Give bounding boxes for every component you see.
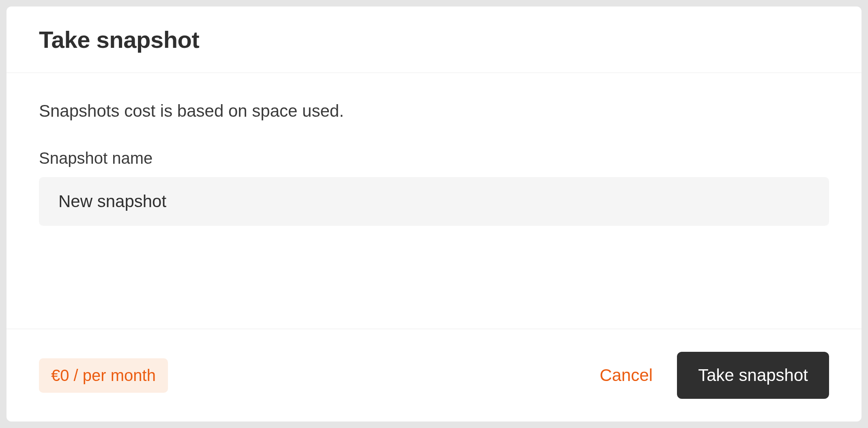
dialog-header: Take snapshot: [6, 6, 862, 73]
snapshot-dialog: Take snapshot Snapshots cost is based on…: [6, 6, 862, 422]
snapshot-name-input[interactable]: [39, 177, 829, 226]
take-snapshot-button[interactable]: Take snapshot: [677, 352, 829, 399]
footer-actions: Cancel Take snapshot: [599, 352, 829, 399]
dialog-footer: €0 / per month Cancel Take snapshot: [6, 329, 862, 422]
dialog-title: Take snapshot: [39, 26, 829, 53]
price-badge: €0 / per month: [39, 358, 168, 393]
dialog-body: Snapshots cost is based on space used. S…: [6, 73, 862, 329]
cancel-button[interactable]: Cancel: [599, 362, 653, 389]
snapshot-name-label: Snapshot name: [39, 149, 829, 167]
cost-description: Snapshots cost is based on space used.: [39, 101, 829, 121]
